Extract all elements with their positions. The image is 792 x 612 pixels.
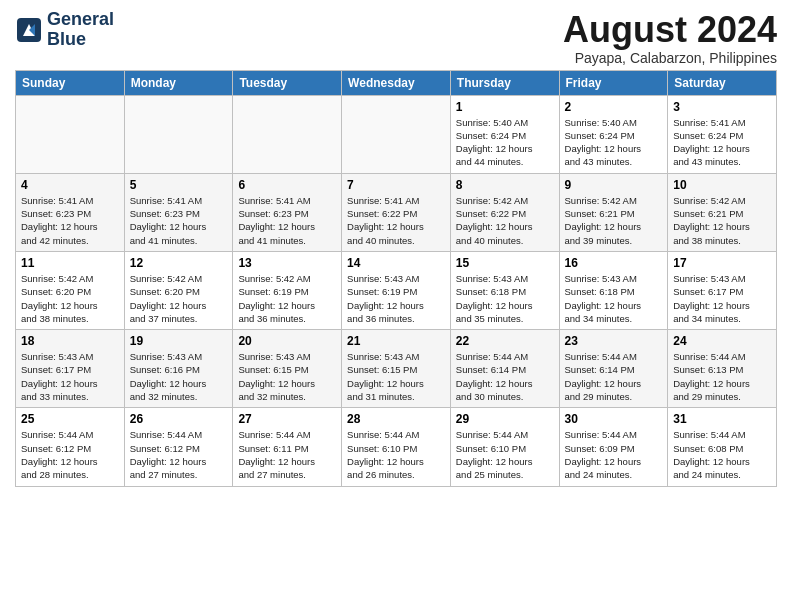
- day-cell: 15Sunrise: 5:43 AM Sunset: 6:18 PM Dayli…: [450, 251, 559, 329]
- day-cell: 25Sunrise: 5:44 AM Sunset: 6:12 PM Dayli…: [16, 408, 125, 486]
- day-cell: 10Sunrise: 5:42 AM Sunset: 6:21 PM Dayli…: [668, 173, 777, 251]
- day-number: 29: [456, 412, 554, 426]
- day-info: Sunrise: 5:42 AM Sunset: 6:22 PM Dayligh…: [456, 194, 554, 247]
- header-monday: Monday: [124, 70, 233, 95]
- day-info: Sunrise: 5:44 AM Sunset: 6:11 PM Dayligh…: [238, 428, 336, 481]
- logo-text: General Blue: [47, 10, 114, 50]
- day-info: Sunrise: 5:40 AM Sunset: 6:24 PM Dayligh…: [565, 116, 663, 169]
- day-number: 24: [673, 334, 771, 348]
- day-number: 13: [238, 256, 336, 270]
- day-cell: 31Sunrise: 5:44 AM Sunset: 6:08 PM Dayli…: [668, 408, 777, 486]
- day-number: 15: [456, 256, 554, 270]
- day-cell: 21Sunrise: 5:43 AM Sunset: 6:15 PM Dayli…: [342, 330, 451, 408]
- day-number: 16: [565, 256, 663, 270]
- day-number: 4: [21, 178, 119, 192]
- day-cell: [342, 95, 451, 173]
- day-cell: 6Sunrise: 5:41 AM Sunset: 6:23 PM Daylig…: [233, 173, 342, 251]
- day-cell: 22Sunrise: 5:44 AM Sunset: 6:14 PM Dayli…: [450, 330, 559, 408]
- header-friday: Friday: [559, 70, 668, 95]
- logo: General Blue: [15, 10, 114, 50]
- logo-line2: Blue: [47, 30, 114, 50]
- day-cell: 8Sunrise: 5:42 AM Sunset: 6:22 PM Daylig…: [450, 173, 559, 251]
- day-info: Sunrise: 5:42 AM Sunset: 6:20 PM Dayligh…: [21, 272, 119, 325]
- day-number: 28: [347, 412, 445, 426]
- day-info: Sunrise: 5:43 AM Sunset: 6:15 PM Dayligh…: [347, 350, 445, 403]
- calendar-header-row: SundayMondayTuesdayWednesdayThursdayFrid…: [16, 70, 777, 95]
- day-info: Sunrise: 5:44 AM Sunset: 6:08 PM Dayligh…: [673, 428, 771, 481]
- day-number: 7: [347, 178, 445, 192]
- day-info: Sunrise: 5:41 AM Sunset: 6:23 PM Dayligh…: [21, 194, 119, 247]
- day-info: Sunrise: 5:41 AM Sunset: 6:23 PM Dayligh…: [130, 194, 228, 247]
- header-wednesday: Wednesday: [342, 70, 451, 95]
- day-cell: 9Sunrise: 5:42 AM Sunset: 6:21 PM Daylig…: [559, 173, 668, 251]
- day-number: 10: [673, 178, 771, 192]
- day-cell: [233, 95, 342, 173]
- day-cell: 19Sunrise: 5:43 AM Sunset: 6:16 PM Dayli…: [124, 330, 233, 408]
- week-row-4: 25Sunrise: 5:44 AM Sunset: 6:12 PM Dayli…: [16, 408, 777, 486]
- day-number: 8: [456, 178, 554, 192]
- header-saturday: Saturday: [668, 70, 777, 95]
- day-info: Sunrise: 5:43 AM Sunset: 6:17 PM Dayligh…: [21, 350, 119, 403]
- day-number: 11: [21, 256, 119, 270]
- day-info: Sunrise: 5:41 AM Sunset: 6:23 PM Dayligh…: [238, 194, 336, 247]
- day-number: 14: [347, 256, 445, 270]
- day-cell: 18Sunrise: 5:43 AM Sunset: 6:17 PM Dayli…: [16, 330, 125, 408]
- day-info: Sunrise: 5:44 AM Sunset: 6:09 PM Dayligh…: [565, 428, 663, 481]
- week-row-1: 4Sunrise: 5:41 AM Sunset: 6:23 PM Daylig…: [16, 173, 777, 251]
- day-cell: 7Sunrise: 5:41 AM Sunset: 6:22 PM Daylig…: [342, 173, 451, 251]
- day-info: Sunrise: 5:43 AM Sunset: 6:18 PM Dayligh…: [565, 272, 663, 325]
- day-cell: 26Sunrise: 5:44 AM Sunset: 6:12 PM Dayli…: [124, 408, 233, 486]
- day-cell: 4Sunrise: 5:41 AM Sunset: 6:23 PM Daylig…: [16, 173, 125, 251]
- day-number: 6: [238, 178, 336, 192]
- day-number: 5: [130, 178, 228, 192]
- day-info: Sunrise: 5:42 AM Sunset: 6:21 PM Dayligh…: [565, 194, 663, 247]
- day-cell: 17Sunrise: 5:43 AM Sunset: 6:17 PM Dayli…: [668, 251, 777, 329]
- location: Payapa, Calabarzon, Philippines: [563, 50, 777, 66]
- day-info: Sunrise: 5:44 AM Sunset: 6:12 PM Dayligh…: [21, 428, 119, 481]
- day-cell: 28Sunrise: 5:44 AM Sunset: 6:10 PM Dayli…: [342, 408, 451, 486]
- header: General Blue August 2024 Payapa, Calabar…: [15, 10, 777, 66]
- day-number: 25: [21, 412, 119, 426]
- day-info: Sunrise: 5:44 AM Sunset: 6:14 PM Dayligh…: [456, 350, 554, 403]
- header-tuesday: Tuesday: [233, 70, 342, 95]
- day-number: 1: [456, 100, 554, 114]
- day-number: 9: [565, 178, 663, 192]
- day-number: 31: [673, 412, 771, 426]
- day-cell: 3Sunrise: 5:41 AM Sunset: 6:24 PM Daylig…: [668, 95, 777, 173]
- day-cell: [16, 95, 125, 173]
- day-number: 27: [238, 412, 336, 426]
- day-info: Sunrise: 5:44 AM Sunset: 6:14 PM Dayligh…: [565, 350, 663, 403]
- day-cell: 14Sunrise: 5:43 AM Sunset: 6:19 PM Dayli…: [342, 251, 451, 329]
- day-number: 12: [130, 256, 228, 270]
- day-cell: 12Sunrise: 5:42 AM Sunset: 6:20 PM Dayli…: [124, 251, 233, 329]
- day-cell: 5Sunrise: 5:41 AM Sunset: 6:23 PM Daylig…: [124, 173, 233, 251]
- day-info: Sunrise: 5:41 AM Sunset: 6:24 PM Dayligh…: [673, 116, 771, 169]
- day-number: 21: [347, 334, 445, 348]
- day-cell: 2Sunrise: 5:40 AM Sunset: 6:24 PM Daylig…: [559, 95, 668, 173]
- day-info: Sunrise: 5:42 AM Sunset: 6:20 PM Dayligh…: [130, 272, 228, 325]
- day-cell: 29Sunrise: 5:44 AM Sunset: 6:10 PM Dayli…: [450, 408, 559, 486]
- day-number: 30: [565, 412, 663, 426]
- header-sunday: Sunday: [16, 70, 125, 95]
- day-number: 23: [565, 334, 663, 348]
- day-number: 18: [21, 334, 119, 348]
- day-info: Sunrise: 5:44 AM Sunset: 6:10 PM Dayligh…: [347, 428, 445, 481]
- day-number: 3: [673, 100, 771, 114]
- day-cell: 13Sunrise: 5:42 AM Sunset: 6:19 PM Dayli…: [233, 251, 342, 329]
- header-thursday: Thursday: [450, 70, 559, 95]
- day-cell: 23Sunrise: 5:44 AM Sunset: 6:14 PM Dayli…: [559, 330, 668, 408]
- day-info: Sunrise: 5:42 AM Sunset: 6:19 PM Dayligh…: [238, 272, 336, 325]
- day-info: Sunrise: 5:43 AM Sunset: 6:16 PM Dayligh…: [130, 350, 228, 403]
- day-cell: 27Sunrise: 5:44 AM Sunset: 6:11 PM Dayli…: [233, 408, 342, 486]
- day-info: Sunrise: 5:43 AM Sunset: 6:19 PM Dayligh…: [347, 272, 445, 325]
- day-info: Sunrise: 5:41 AM Sunset: 6:22 PM Dayligh…: [347, 194, 445, 247]
- title-block: August 2024 Payapa, Calabarzon, Philippi…: [563, 10, 777, 66]
- month-title: August 2024: [563, 10, 777, 50]
- day-info: Sunrise: 5:42 AM Sunset: 6:21 PM Dayligh…: [673, 194, 771, 247]
- day-number: 26: [130, 412, 228, 426]
- day-info: Sunrise: 5:43 AM Sunset: 6:17 PM Dayligh…: [673, 272, 771, 325]
- calendar-table: SundayMondayTuesdayWednesdayThursdayFrid…: [15, 70, 777, 487]
- day-info: Sunrise: 5:43 AM Sunset: 6:15 PM Dayligh…: [238, 350, 336, 403]
- day-number: 20: [238, 334, 336, 348]
- day-info: Sunrise: 5:44 AM Sunset: 6:12 PM Dayligh…: [130, 428, 228, 481]
